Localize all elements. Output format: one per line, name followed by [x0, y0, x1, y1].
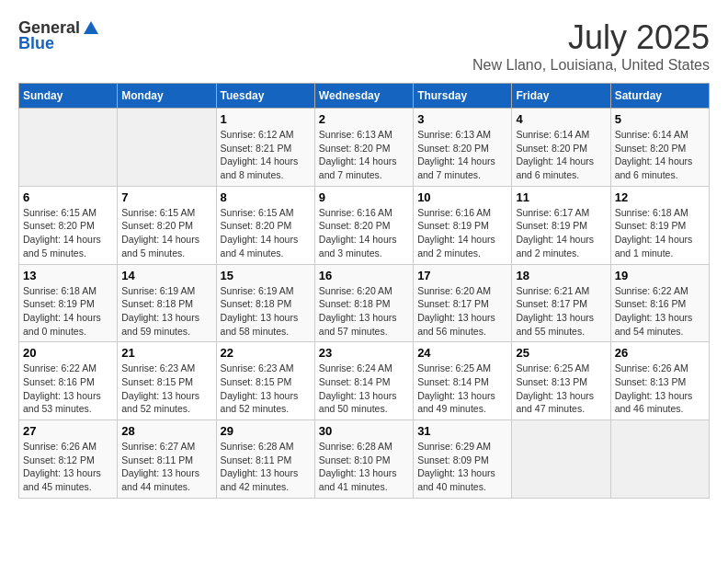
day-number: 7 [121, 190, 211, 204]
day-info: Sunrise: 6:18 AM Sunset: 8:19 PM Dayligh… [23, 284, 113, 339]
day-info: Sunrise: 6:13 AM Sunset: 8:20 PM Dayligh… [417, 128, 507, 182]
day-number: 26 [615, 346, 705, 360]
calendar-week-4: 20Sunrise: 6:22 AM Sunset: 8:16 PM Dayli… [19, 342, 710, 420]
calendar-cell: 22Sunrise: 6:23 AM Sunset: 8:15 PM Dayli… [216, 342, 314, 420]
day-info: Sunrise: 6:20 AM Sunset: 8:18 PM Dayligh… [319, 284, 409, 339]
calendar-cell: 3Sunrise: 6:13 AM Sunset: 8:20 PM Daylig… [414, 109, 512, 187]
day-info: Sunrise: 6:29 AM Sunset: 8:09 PM Dayligh… [417, 440, 507, 494]
day-info: Sunrise: 6:22 AM Sunset: 8:16 PM Dayligh… [615, 284, 705, 339]
day-info: Sunrise: 6:21 AM Sunset: 8:17 PM Dayligh… [516, 284, 606, 339]
day-info: Sunrise: 6:25 AM Sunset: 8:14 PM Dayligh… [417, 362, 507, 416]
day-number: 5 [615, 112, 705, 126]
day-number: 19 [615, 269, 705, 282]
day-number: 4 [516, 112, 606, 126]
day-number: 8 [221, 190, 311, 204]
day-info: Sunrise: 6:14 AM Sunset: 8:20 PM Dayligh… [516, 128, 606, 182]
calendar-cell: 19Sunrise: 6:22 AM Sunset: 8:16 PM Dayli… [610, 264, 709, 342]
day-info: Sunrise: 6:16 AM Sunset: 8:20 PM Dayligh… [319, 206, 409, 260]
day-number: 27 [23, 424, 113, 438]
day-number: 15 [221, 269, 311, 282]
day-number: 12 [615, 190, 705, 204]
day-info: Sunrise: 6:16 AM Sunset: 8:19 PM Dayligh… [417, 206, 507, 260]
day-info: Sunrise: 6:19 AM Sunset: 8:18 PM Dayligh… [221, 284, 311, 339]
logo-blue-text: Blue [18, 34, 54, 53]
day-number: 31 [417, 424, 507, 438]
day-info: Sunrise: 6:26 AM Sunset: 8:12 PM Dayligh… [23, 440, 113, 494]
page-header: General Blue July 2025 New Llano, Louisi… [18, 18, 710, 74]
calendar-cell: 10Sunrise: 6:16 AM Sunset: 8:19 PM Dayli… [414, 186, 512, 264]
day-number: 3 [417, 112, 507, 126]
day-info: Sunrise: 6:25 AM Sunset: 8:13 PM Dayligh… [516, 362, 606, 416]
calendar-cell: 11Sunrise: 6:17 AM Sunset: 8:19 PM Dayli… [512, 186, 610, 264]
calendar-cell: 29Sunrise: 6:28 AM Sunset: 8:11 PM Dayli… [216, 420, 314, 499]
day-number: 29 [221, 424, 311, 438]
calendar-cell: 18Sunrise: 6:21 AM Sunset: 8:17 PM Dayli… [512, 264, 610, 342]
day-number: 2 [319, 112, 409, 126]
day-info: Sunrise: 6:28 AM Sunset: 8:11 PM Dayligh… [221, 440, 311, 494]
calendar-cell: 20Sunrise: 6:22 AM Sunset: 8:16 PM Dayli… [19, 342, 118, 420]
calendar-cell: 14Sunrise: 6:19 AM Sunset: 8:18 PM Dayli… [118, 264, 216, 342]
calendar-cell: 12Sunrise: 6:18 AM Sunset: 8:19 PM Dayli… [610, 186, 709, 264]
day-info: Sunrise: 6:22 AM Sunset: 8:16 PM Dayligh… [23, 362, 113, 416]
calendar-cell [19, 109, 118, 187]
day-info: Sunrise: 6:23 AM Sunset: 8:15 PM Dayligh… [221, 362, 311, 416]
day-number: 14 [121, 269, 211, 282]
day-info: Sunrise: 6:28 AM Sunset: 8:10 PM Dayligh… [319, 440, 409, 494]
calendar-cell: 7Sunrise: 6:15 AM Sunset: 8:20 PM Daylig… [118, 186, 216, 264]
calendar-week-2: 6Sunrise: 6:15 AM Sunset: 8:20 PM Daylig… [19, 186, 710, 264]
day-number: 16 [319, 269, 409, 282]
day-info: Sunrise: 6:17 AM Sunset: 8:19 PM Dayligh… [516, 206, 606, 260]
day-info: Sunrise: 6:23 AM Sunset: 8:15 PM Dayligh… [121, 362, 211, 416]
day-number: 9 [319, 190, 409, 204]
day-number: 17 [417, 269, 507, 282]
calendar-cell: 24Sunrise: 6:25 AM Sunset: 8:14 PM Dayli… [414, 342, 512, 420]
day-number: 20 [23, 346, 113, 360]
day-info: Sunrise: 6:12 AM Sunset: 8:21 PM Dayligh… [221, 128, 311, 182]
calendar-cell: 16Sunrise: 6:20 AM Sunset: 8:18 PM Dayli… [314, 264, 413, 342]
calendar-cell: 17Sunrise: 6:20 AM Sunset: 8:17 PM Dayli… [414, 264, 512, 342]
header-saturday: Saturday [610, 84, 709, 109]
day-info: Sunrise: 6:18 AM Sunset: 8:19 PM Dayligh… [615, 206, 705, 260]
calendar-cell: 4Sunrise: 6:14 AM Sunset: 8:20 PM Daylig… [512, 109, 610, 187]
day-number: 11 [516, 190, 606, 204]
day-info: Sunrise: 6:15 AM Sunset: 8:20 PM Dayligh… [23, 206, 113, 260]
header-tuesday: Tuesday [216, 84, 314, 109]
calendar-cell: 9Sunrise: 6:16 AM Sunset: 8:20 PM Daylig… [314, 186, 413, 264]
calendar-cell: 21Sunrise: 6:23 AM Sunset: 8:15 PM Dayli… [118, 342, 216, 420]
day-number: 30 [319, 424, 409, 438]
calendar-cell: 27Sunrise: 6:26 AM Sunset: 8:12 PM Dayli… [19, 420, 118, 499]
day-number: 10 [417, 190, 507, 204]
calendar-cell: 6Sunrise: 6:15 AM Sunset: 8:20 PM Daylig… [19, 186, 118, 264]
title-section: July 2025 New Llano, Louisiana, United S… [472, 18, 710, 74]
month-title: July 2025 [472, 18, 710, 57]
calendar-cell: 2Sunrise: 6:13 AM Sunset: 8:20 PM Daylig… [314, 109, 413, 187]
day-info: Sunrise: 6:15 AM Sunset: 8:20 PM Dayligh… [221, 206, 311, 260]
day-info: Sunrise: 6:13 AM Sunset: 8:20 PM Dayligh… [319, 128, 409, 182]
day-info: Sunrise: 6:15 AM Sunset: 8:20 PM Dayligh… [121, 206, 211, 260]
logo: General Blue [18, 18, 100, 53]
header-friday: Friday [512, 84, 610, 109]
calendar-cell: 1Sunrise: 6:12 AM Sunset: 8:21 PM Daylig… [216, 109, 314, 187]
calendar-week-5: 27Sunrise: 6:26 AM Sunset: 8:12 PM Dayli… [19, 420, 710, 499]
day-info: Sunrise: 6:19 AM Sunset: 8:18 PM Dayligh… [121, 284, 211, 339]
day-number: 25 [516, 346, 606, 360]
calendar-week-3: 13Sunrise: 6:18 AM Sunset: 8:19 PM Dayli… [19, 264, 710, 342]
calendar-cell: 5Sunrise: 6:14 AM Sunset: 8:20 PM Daylig… [610, 109, 709, 187]
svg-marker-0 [84, 21, 98, 34]
day-number: 18 [516, 269, 606, 282]
day-info: Sunrise: 6:26 AM Sunset: 8:13 PM Dayligh… [615, 362, 705, 416]
calendar-cell: 23Sunrise: 6:24 AM Sunset: 8:14 PM Dayli… [314, 342, 413, 420]
header-thursday: Thursday [414, 84, 512, 109]
calendar-table: SundayMondayTuesdayWednesdayThursdayFrid… [18, 83, 710, 499]
calendar-cell: 30Sunrise: 6:28 AM Sunset: 8:10 PM Dayli… [314, 420, 413, 499]
day-info: Sunrise: 6:14 AM Sunset: 8:20 PM Dayligh… [615, 128, 705, 182]
calendar-cell: 31Sunrise: 6:29 AM Sunset: 8:09 PM Dayli… [414, 420, 512, 499]
day-number: 21 [121, 346, 211, 360]
day-number: 13 [23, 269, 113, 282]
calendar-cell [610, 420, 709, 499]
day-number: 6 [23, 190, 113, 204]
header-monday: Monday [118, 84, 216, 109]
day-info: Sunrise: 6:24 AM Sunset: 8:14 PM Dayligh… [319, 362, 409, 416]
logo-icon [82, 19, 100, 38]
header-sunday: Sunday [19, 84, 118, 109]
